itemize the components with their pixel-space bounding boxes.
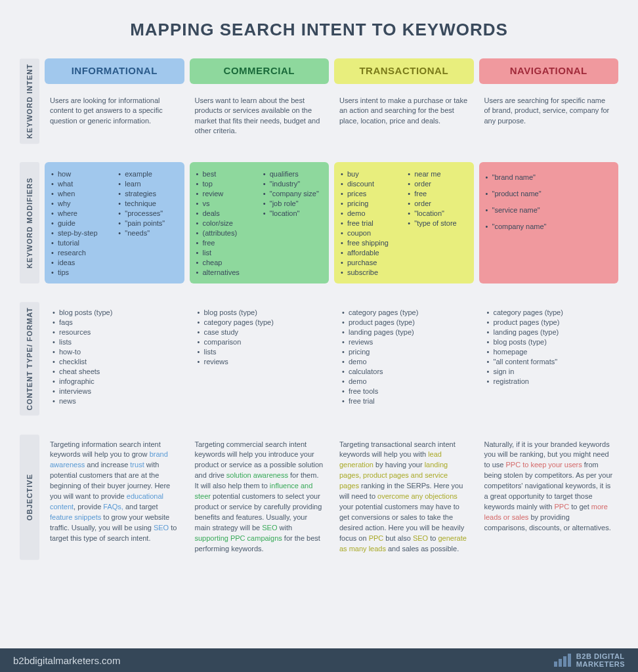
list-item: discount bbox=[339, 178, 401, 188]
list-item: product pages (type) bbox=[339, 317, 469, 327]
list-item: "product name" bbox=[484, 185, 614, 201]
desc-navigational: Users are searching for specific name of… bbox=[479, 89, 619, 144]
list-item: sign in bbox=[484, 366, 614, 376]
obj-commercial: Targeting commercial search intent keywo… bbox=[190, 434, 330, 560]
list-item: tips bbox=[50, 267, 112, 277]
list-item: buy bbox=[339, 169, 401, 178]
list-item: technique bbox=[117, 198, 179, 208]
list-item: free bbox=[406, 188, 468, 198]
list-item: calculators bbox=[339, 366, 469, 376]
list-item: cheap bbox=[195, 257, 257, 267]
list-item: checklist bbox=[50, 356, 179, 366]
list-item: top bbox=[195, 178, 257, 188]
mods-commercial: besttopreviewvsdealscolor/size(attribute… bbox=[190, 162, 330, 284]
obj-transactional: Targeting transactional search intent ke… bbox=[334, 434, 474, 560]
header-informational: INFORMATIONAL bbox=[45, 58, 184, 84]
list-item: guide bbox=[50, 218, 112, 228]
list-item: review bbox=[195, 188, 257, 198]
list-item: color/size bbox=[195, 218, 257, 228]
list-item: "processes" bbox=[117, 208, 179, 218]
list-item: registration bbox=[484, 376, 614, 386]
list-item: blog posts (type) bbox=[50, 307, 179, 317]
list-item: cheat sheets bbox=[50, 366, 179, 376]
list-item: deals bbox=[195, 208, 257, 218]
list-item: purchase bbox=[339, 257, 401, 267]
list-item: reviews bbox=[339, 337, 469, 346]
mods-transactional: buydiscountpricespricingdemofree trialco… bbox=[334, 162, 474, 284]
list-item: "service name" bbox=[484, 201, 614, 218]
footer: b2bdigitalmarketers.com B2B DIGITAL MARK… bbox=[0, 648, 638, 672]
list-item: free trial bbox=[339, 396, 469, 406]
mods-informational: howwhatwhenwhywhereguidestep-by-steptuto… bbox=[45, 162, 184, 284]
list-item: "job role" bbox=[262, 198, 324, 208]
list-item: pricing bbox=[339, 198, 401, 208]
list-item: affordable bbox=[339, 247, 401, 257]
list-item: "brand name" bbox=[484, 169, 614, 185]
page-title: MAPPING SEARCH INTENT TO KEYWORDS bbox=[20, 20, 618, 40]
list-item: order bbox=[406, 178, 468, 188]
rowlabel-intent: KEYWORD INTENT bbox=[20, 58, 39, 144]
obj-navigational: Naturally, if it is your branded keyword… bbox=[479, 434, 619, 560]
intent-grid: KEYWORD INTENT INFORMATIONAL COMMERCIAL … bbox=[20, 58, 618, 560]
list-item: how-to bbox=[50, 346, 179, 356]
list-item: lists bbox=[195, 346, 324, 356]
list-item: "all content formats" bbox=[484, 356, 614, 366]
list-item: "location" bbox=[406, 208, 468, 218]
list-item: blog posts (type) bbox=[484, 337, 614, 346]
list-item: category pages (type) bbox=[339, 307, 469, 317]
fmt-transactional: category pages (type)product pages (type… bbox=[334, 302, 474, 415]
list-item: homepage bbox=[484, 346, 614, 356]
list-item: free bbox=[195, 238, 257, 247]
list-item: where bbox=[50, 208, 112, 218]
header-navigational: NAVIGATIONAL bbox=[479, 58, 619, 84]
desc-transactional: Users intent to make a purchase or take … bbox=[334, 89, 474, 144]
list-item: blog posts (type) bbox=[195, 307, 324, 317]
list-item: case study bbox=[195, 327, 324, 337]
list-item: resources bbox=[50, 327, 179, 337]
list-item: demo bbox=[339, 356, 469, 366]
list-item: alternatives bbox=[195, 267, 257, 277]
list-item: landing pages (type) bbox=[339, 327, 469, 337]
obj-informational: Targeting information search intent keyw… bbox=[45, 434, 184, 560]
desc-informational: Users are looking for informational cont… bbox=[45, 89, 184, 144]
list-item: lists bbox=[50, 337, 179, 346]
header-commercial: COMMERCIAL bbox=[190, 58, 330, 84]
list-item: how bbox=[50, 169, 112, 178]
list-item: ideas bbox=[50, 257, 112, 267]
brand-logo: B2B DIGITAL MARKETERS bbox=[554, 652, 625, 668]
list-item: step-by-step bbox=[50, 228, 112, 238]
list-item: research bbox=[50, 247, 112, 257]
list-item: "location" bbox=[262, 208, 324, 218]
list-item: prices bbox=[339, 188, 401, 198]
rowlabel-format: CONTENT TYPE/ FORMAT bbox=[20, 302, 39, 415]
footer-url: b2bdigitalmarketers.com bbox=[13, 655, 120, 666]
list-item: vs bbox=[195, 198, 257, 208]
list-item: demo bbox=[339, 208, 401, 218]
list-item: subscribe bbox=[339, 267, 401, 277]
list-item: "company name" bbox=[484, 218, 614, 234]
list-item: reviews bbox=[195, 356, 324, 366]
list-item: comparison bbox=[195, 337, 324, 346]
list-item: near me bbox=[406, 169, 468, 178]
list-item: free shipping bbox=[339, 238, 401, 247]
list-item: interviews bbox=[50, 386, 179, 396]
list-item: free tools bbox=[339, 386, 469, 396]
list-item: list bbox=[195, 247, 257, 257]
list-item: infographic bbox=[50, 376, 179, 386]
list-item: strategies bbox=[117, 188, 179, 198]
list-item: landing pages (type) bbox=[484, 327, 614, 337]
list-item: "pain points" bbox=[117, 218, 179, 228]
list-item: qualifiers bbox=[262, 169, 324, 178]
list-item: faqs bbox=[50, 317, 179, 327]
list-item: category pages (type) bbox=[484, 307, 614, 317]
list-item: "needs" bbox=[117, 228, 179, 238]
mods-navigational: "brand name""product name""service name"… bbox=[479, 162, 619, 284]
list-item: example bbox=[117, 169, 179, 178]
list-item: "company size" bbox=[262, 188, 324, 198]
list-item: why bbox=[50, 198, 112, 208]
list-item: what bbox=[50, 178, 112, 188]
list-item: order bbox=[406, 198, 468, 208]
fmt-commercial: blog posts (type)category pages (type)ca… bbox=[190, 302, 330, 415]
list-item: "type of store bbox=[406, 218, 468, 228]
list-item: "industry" bbox=[262, 178, 324, 188]
